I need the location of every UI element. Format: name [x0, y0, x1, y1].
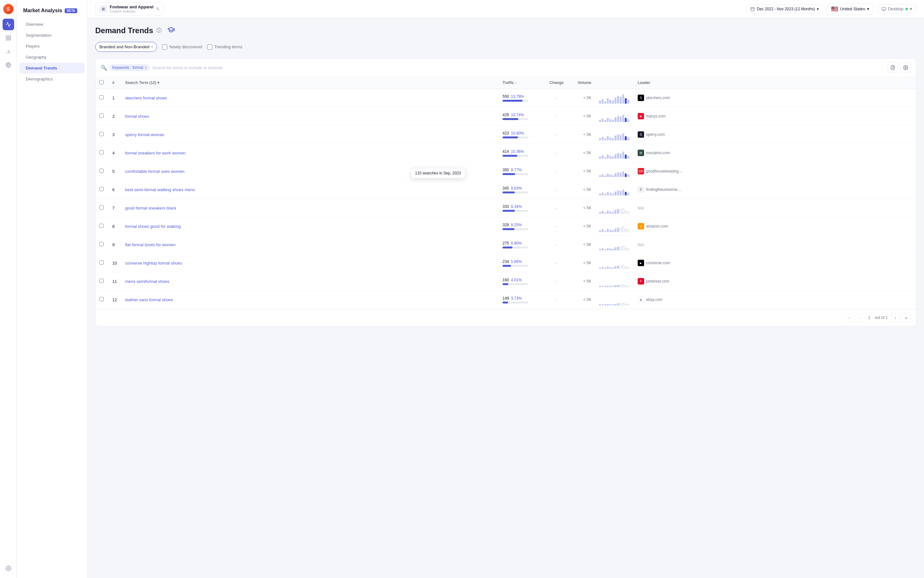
row-checkbox[interactable] — [99, 169, 104, 173]
keyword-tag-close[interactable]: × — [144, 65, 147, 70]
settings-icon[interactable] — [3, 563, 14, 574]
date-picker[interactable]: Dec 2022 - Nov 2023 (12 Months) ▾ — [746, 5, 823, 13]
search-term-link[interactable]: flat formal boots for women — [121, 235, 499, 254]
search-term-link[interactable]: formal shoes good for walking — [121, 217, 499, 235]
last-page-btn[interactable]: » — [902, 313, 911, 322]
prev-page-btn[interactable]: ‹ — [856, 313, 865, 322]
row-checkbox[interactable] — [99, 132, 104, 136]
change-cell: - — [544, 180, 569, 199]
search-term-link[interactable]: converse hightop formal shoes — [121, 254, 499, 272]
change-cell: - — [544, 89, 569, 107]
date-range-label: Dec 2022 - Nov 2023 (12 Months) — [757, 7, 815, 11]
globe-icon[interactable] — [3, 59, 14, 71]
search-input[interactable]: Search for terms to include or exclude — [152, 65, 885, 70]
row-checkbox[interactable] — [99, 150, 104, 154]
filters-row: Branded and Non-Branded ▾ Newly discover… — [95, 42, 916, 52]
newly-discovered-checkbox[interactable] — [162, 44, 167, 50]
row-num: 6 — [109, 180, 121, 199]
sidebar-item-demand-trends[interactable]: Demand Trends — [19, 63, 84, 73]
traffic-value: 423 — [503, 131, 509, 135]
edit-icon[interactable]: ✎ — [156, 6, 160, 11]
search-term-link[interactable]: formal sneakers for work women — [121, 144, 499, 162]
row-checkbox[interactable] — [99, 205, 104, 209]
traffic-value: 234 — [503, 260, 509, 264]
sparkline-cell — [595, 272, 634, 291]
search-term-link[interactable]: skechers formal shoes — [121, 89, 499, 107]
content-area: Demand Trends ⓘ Branded and Non-Branded … — [88, 18, 924, 578]
svg-rect-3 — [6, 39, 8, 40]
trending-terms-checkbox[interactable] — [207, 44, 212, 50]
country-picker[interactable]: 🇺🇸 United States ▾ — [827, 3, 874, 15]
change-cell: - — [544, 254, 569, 272]
row-checkbox[interactable] — [99, 242, 104, 246]
change-cell: - — [544, 235, 569, 254]
leader-col: ► converse.com — [634, 254, 916, 272]
search-term-link[interactable]: sperry formal woman — [121, 125, 499, 144]
row-checkbox[interactable] — [99, 224, 104, 228]
first-page-btn[interactable]: « — [845, 313, 854, 322]
newly-discovered-filter[interactable]: Newly discovered — [162, 44, 202, 50]
leader-col: S skechers.com — [634, 89, 916, 107]
svg-rect-10 — [751, 7, 754, 11]
table-row: 3 sperry formal woman 423 10.60% - < 5K … — [96, 125, 916, 144]
search-term-link[interactable]: good formal sneakers black — [121, 199, 499, 217]
export-excel-btn[interactable] — [888, 62, 898, 73]
row-num: 1 — [109, 89, 121, 107]
industry-sub: Custom Industry — [110, 9, 154, 13]
row-checkbox[interactable] — [99, 114, 104, 118]
search-term-link[interactable]: formal shoes — [121, 107, 499, 125]
row-checkbox-cell — [96, 89, 109, 107]
leader-cell: f findingtheuniverse.... — [638, 186, 912, 193]
search-term-link[interactable]: best semi-formal walking shoes mens — [121, 180, 499, 199]
col-header-volume[interactable]: Volume — [569, 77, 595, 89]
search-term-link[interactable]: mens semiformal shoes — [121, 272, 499, 291]
traffic-bar-container: 345 8.63% — [503, 186, 540, 193]
col-header-change[interactable]: Change — [544, 77, 569, 89]
sidebar: Market Analysis BETA OverviewSegmentatio… — [17, 0, 88, 578]
svg-rect-0 — [6, 36, 8, 37]
device-picker[interactable]: Desktop ▾ — [877, 4, 916, 13]
search-term-link[interactable]: leather vans formal shoes — [121, 291, 499, 309]
chart-icon[interactable] — [3, 46, 14, 57]
info-icon[interactable]: ⓘ — [156, 28, 162, 34]
brand-filter-btn[interactable]: Branded and Non-Branded ▾ — [95, 42, 157, 52]
traffic-bar-fill — [503, 173, 515, 175]
industry-pill[interactable]: ▦ Footwear and Apparel Custom Industry ✎ — [95, 2, 164, 15]
svg-rect-1 — [9, 36, 10, 37]
traffic-pct: 10.36% — [511, 149, 524, 154]
demand-trends-icon[interactable] — [3, 19, 14, 30]
row-checkbox[interactable] — [99, 279, 104, 283]
traffic-bar-bg — [503, 136, 528, 138]
sidebar-item-geography[interactable]: Geography — [19, 52, 84, 62]
sidebar-item-overview[interactable]: Overview — [19, 19, 84, 29]
row-checkbox[interactable] — [99, 297, 104, 301]
col-header-term[interactable]: Search Term (12) ▾ — [121, 77, 499, 89]
country-label: United States — [840, 6, 865, 11]
leader-cell: a amazon.com — [638, 223, 912, 229]
traffic-value: 275 — [503, 241, 509, 245]
leader-name: mocalmo.com — [646, 151, 670, 155]
traffic-value: 160 — [503, 278, 509, 282]
sidebar-item-segmentation[interactable]: Segmentation — [19, 30, 84, 41]
row-num: 11 — [109, 272, 121, 291]
traffic-bar-container: 414 10.36% — [503, 149, 540, 157]
table-row: 1 skechers formal shoes 550 13.79% - < 5… — [96, 89, 916, 107]
traffic-value: 333 — [503, 205, 509, 209]
traffic-bar-container: 429 10.74% — [503, 113, 540, 120]
traffic-pct: 8.34% — [511, 205, 522, 209]
keyword-tag: Keywords : formal × — [110, 64, 149, 71]
row-checkbox[interactable] — [99, 95, 104, 99]
col-header-traffic[interactable]: Traffic ↓ — [499, 77, 544, 89]
traffic-bar-bg — [503, 283, 528, 285]
overview-icon[interactable] — [3, 32, 14, 44]
sidebar-item-demographics[interactable]: Demographics — [19, 74, 84, 84]
trending-terms-filter[interactable]: Trending terms — [207, 44, 242, 50]
row-checkbox[interactable] — [99, 187, 104, 191]
row-checkbox[interactable] — [99, 260, 104, 265]
traffic-bar-container: 234 5.86% — [503, 260, 540, 267]
next-page-btn[interactable]: › — [891, 313, 900, 322]
select-all-checkbox[interactable] — [99, 80, 104, 84]
sidebar-item-players[interactable]: Players — [19, 41, 84, 52]
leader-favicon: a — [638, 223, 644, 229]
settings-table-btn[interactable] — [901, 62, 911, 73]
